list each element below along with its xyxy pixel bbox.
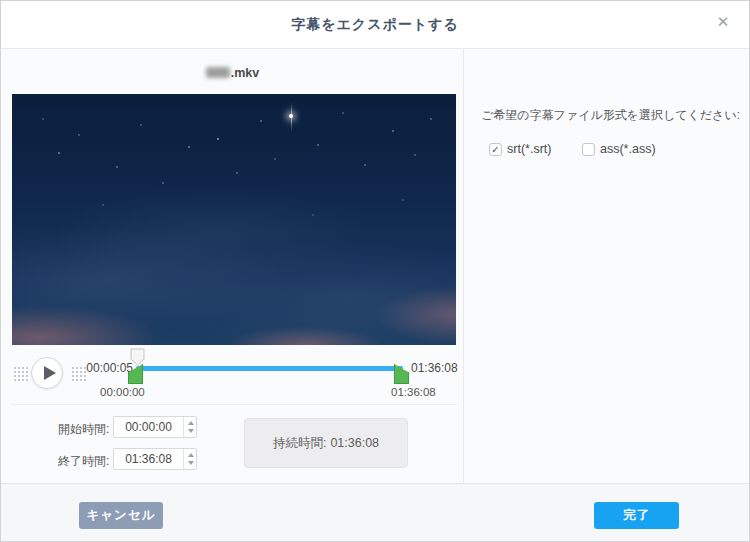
start-time-label: 開始時間: (58, 421, 109, 438)
seek-track[interactable] (136, 366, 403, 371)
done-button[interactable]: 完了 (594, 502, 679, 529)
end-time-field (113, 448, 197, 470)
ass-checkbox[interactable] (582, 143, 595, 156)
video-preview (12, 94, 456, 345)
current-time: 00:00:05 (85, 361, 133, 375)
dialog-body: .mkv 00:00:05 01:36:08 00:00:00 (1, 49, 749, 484)
preview-panel: .mkv 00:00:05 01:36:08 00:00:00 (1, 49, 464, 484)
duration-display: 持続時間: 01:36:08 (244, 418, 408, 468)
total-time: 01:36:08 (411, 361, 458, 375)
end-time-spinner (183, 449, 196, 469)
filename-extension: .mkv (231, 66, 260, 80)
cancel-button[interactable]: キャンセル (79, 502, 163, 529)
start-time-field (113, 416, 197, 438)
play-icon (44, 366, 56, 380)
ass-option-label: ass(*.ass) (600, 142, 656, 156)
footer-bar: キャンセル 完了 (1, 484, 749, 541)
video-filename: .mkv (1, 66, 464, 80)
filename-redacted-blur (206, 67, 230, 78)
export-subtitle-dialog: 字幕をエクスポートする ✕ .mkv 00:00:05 (0, 0, 750, 542)
format-option-srt[interactable]: ✓ srt(*.srt) (489, 142, 551, 156)
spinner-down-icon[interactable] (188, 461, 194, 465)
dialog-title: 字幕をエクスポートする (1, 16, 749, 34)
trim-end-time: 01:36:08 (391, 386, 436, 398)
format-panel: ご希望の字幕ファイル形式を選択してください: ✓ srt(*.srt) ass(… (465, 49, 749, 484)
close-icon[interactable]: ✕ (713, 12, 733, 32)
spinner-up-icon[interactable] (188, 453, 194, 457)
section-divider (11, 404, 457, 405)
spinner-up-icon[interactable] (188, 421, 194, 425)
srt-checkbox[interactable]: ✓ (489, 143, 502, 156)
start-time-input[interactable] (114, 417, 183, 437)
spinner-down-icon[interactable] (188, 429, 194, 433)
srt-option-label: srt(*.srt) (507, 142, 551, 156)
title-bar: 字幕をエクスポートする ✕ (1, 1, 749, 49)
format-prompt: ご希望の字幕ファイル形式を選択してください: (481, 107, 740, 124)
drag-dots-left-icon (13, 366, 29, 381)
check-icon: ✓ (491, 144, 499, 155)
end-time-input[interactable] (114, 449, 183, 469)
start-time-spinner (183, 417, 196, 437)
duration-value: 01:36:08 (330, 436, 379, 450)
star-field (12, 94, 14, 96)
end-time-label: 終了時間: (58, 453, 109, 470)
play-button[interactable] (31, 357, 63, 389)
format-option-ass[interactable]: ass(*.ass) (582, 142, 656, 156)
bright-star (289, 114, 293, 118)
duration-label: 持続時間: (273, 435, 326, 452)
trim-start-time: 00:00:00 (100, 386, 145, 398)
